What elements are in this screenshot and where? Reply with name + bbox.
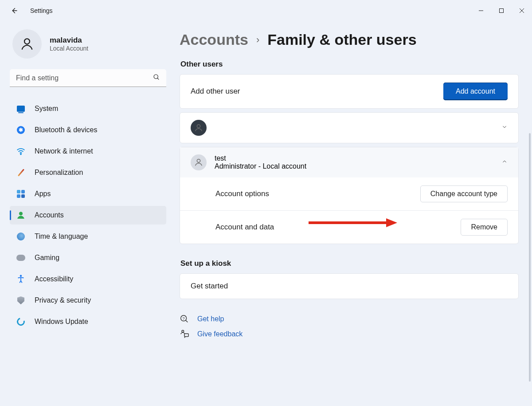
content-area: Accounts › Family & other users Other us…: [175, 21, 532, 406]
account-data-row: Account and data Remove: [180, 210, 518, 244]
maximize-icon: [499, 8, 504, 13]
monitor-icon: [16, 104, 26, 114]
svg-point-2: [154, 75, 158, 79]
window-controls: [471, 4, 532, 18]
close-icon: [519, 8, 524, 13]
change-account-type-button[interactable]: Change account type: [420, 185, 508, 202]
add-account-button[interactable]: Add account: [443, 83, 508, 100]
account-options-row: Account options Change account type: [180, 177, 518, 210]
shield-icon: [16, 296, 26, 305]
sidebar-item-label: System: [35, 105, 58, 113]
add-user-card: Add other user Add account: [180, 74, 519, 109]
sidebar-item-label: Time & language: [35, 233, 88, 240]
svg-point-3: [20, 154, 21, 155]
scrollbar[interactable]: [529, 133, 531, 382]
get-help-label: Get help: [197, 315, 224, 323]
profile-block[interactable]: malavida Local Account: [10, 29, 166, 59]
gamepad-icon: [16, 253, 26, 263]
svg-text:?: ?: [182, 316, 184, 321]
sidebar-item-label: Privacy & security: [35, 296, 91, 304]
svg-point-7: [197, 159, 200, 162]
remove-account-button[interactable]: Remove: [461, 219, 508, 236]
globe-icon: [16, 232, 26, 241]
user-subtitle: Administrator - Local account: [215, 162, 306, 170]
sidebar-item-label: Accounts: [35, 211, 64, 219]
section-other-users: Other users: [180, 60, 519, 69]
svg-point-1: [24, 39, 30, 44]
sidebar-item-privacy[interactable]: Privacy & security: [10, 291, 166, 310]
wifi-icon: [16, 146, 26, 156]
sidebar-item-personalization[interactable]: Personalization: [10, 163, 166, 182]
profile-subtitle: Local Account: [50, 45, 88, 52]
app-title: Settings: [30, 7, 53, 14]
svg-point-10: [182, 330, 184, 332]
sidebar-item-label: Personalization: [35, 169, 83, 177]
search-box: [10, 69, 166, 87]
kiosk-card: Get started: [180, 273, 519, 299]
get-help-link[interactable]: ? Get help: [180, 314, 519, 324]
svg-point-5: [20, 275, 22, 277]
help-icon: ?: [180, 314, 189, 324]
brush-icon: [16, 168, 26, 177]
back-button[interactable]: [6, 3, 22, 19]
sidebar-item-label: Bluetooth & devices: [35, 126, 97, 134]
arrow-left-icon: [10, 7, 18, 15]
user-row-expanded[interactable]: test Administrator - Local account: [180, 147, 518, 177]
sidebar-item-gaming[interactable]: Gaming: [10, 248, 166, 267]
profile-name: malavida: [50, 36, 88, 45]
accessibility-icon: [16, 274, 26, 284]
chevron-up-icon: [501, 158, 508, 166]
kiosk-row[interactable]: Get started: [180, 274, 518, 299]
feedback-icon: [180, 329, 189, 339]
update-icon: [16, 317, 26, 327]
user-avatar-placeholder: [191, 154, 207, 170]
maximize-button[interactable]: [491, 4, 512, 18]
svg-point-6: [197, 125, 200, 128]
sidebar-item-accounts[interactable]: Accounts: [10, 206, 166, 225]
apps-icon: [16, 189, 26, 199]
account-data-label: Account and data: [215, 223, 274, 232]
give-feedback-label: Give feedback: [197, 330, 243, 338]
bluetooth-icon: ✱: [16, 125, 26, 135]
titlebar: Settings: [0, 0, 532, 21]
sidebar-item-bluetooth[interactable]: ✱ Bluetooth & devices: [10, 121, 166, 139]
sidebar-item-label: Accessibility: [35, 275, 73, 283]
search-icon: [153, 74, 160, 83]
give-feedback-link[interactable]: Give feedback: [180, 329, 519, 339]
user-row-collapsed[interactable]: [180, 113, 518, 143]
user-name: test: [215, 154, 306, 162]
person-icon: [20, 36, 35, 51]
sidebar-item-network[interactable]: Network & internet: [10, 142, 166, 161]
svg-point-4: [19, 212, 22, 215]
account-options-label: Account options: [215, 189, 269, 198]
footer-links: ? Get help Give feedback: [180, 314, 519, 339]
person-icon: [194, 158, 203, 167]
close-button[interactable]: [512, 4, 532, 18]
search-input[interactable]: [10, 69, 166, 87]
svg-rect-0: [500, 9, 504, 13]
user-card-collapsed: [180, 112, 519, 143]
sidebar-item-apps[interactable]: Apps: [10, 185, 166, 203]
person-icon: [194, 123, 203, 133]
page-title: Family & other users: [267, 31, 416, 48]
sidebar-item-accessibility[interactable]: Accessibility: [10, 270, 166, 288]
nav-list: System ✱ Bluetooth & devices Network & i…: [10, 99, 166, 331]
svg-rect-11: [184, 334, 188, 336]
sidebar-item-label: Gaming: [35, 254, 59, 262]
sidebar-item-label: Network & internet: [35, 147, 93, 155]
sidebar: malavida Local Account System ✱ Bluetoot…: [0, 21, 175, 406]
minimize-button[interactable]: [471, 4, 491, 18]
chevron-right-icon: ›: [256, 34, 259, 46]
sidebar-item-time[interactable]: Time & language: [10, 227, 166, 246]
sidebar-item-label: Windows Update: [35, 318, 88, 326]
section-kiosk: Set up a kiosk: [180, 259, 519, 268]
profile-avatar: [12, 29, 42, 59]
sidebar-item-label: Apps: [35, 190, 51, 198]
account-icon: [16, 210, 26, 220]
breadcrumb-parent[interactable]: Accounts: [180, 31, 248, 48]
user-card-expanded: test Administrator - Local account Accou…: [180, 147, 519, 244]
sidebar-item-update[interactable]: Windows Update: [10, 312, 166, 331]
sidebar-item-system[interactable]: System: [10, 99, 166, 118]
user-avatar-photo: [191, 120, 207, 136]
kiosk-label: Get started: [191, 282, 228, 291]
